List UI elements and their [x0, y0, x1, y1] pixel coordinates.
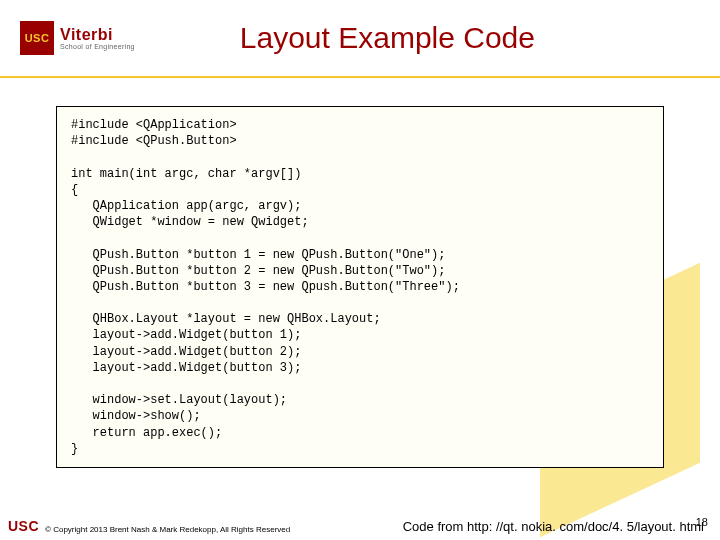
code-content: #include <QApplication> #include <QPush.… [71, 117, 649, 457]
usc-shield-icon: USC [20, 21, 54, 55]
copyright-text: © Copyright 2013 Brent Nash & Mark Redek… [45, 525, 290, 534]
source-attribution: Code from http: //qt. nokia. com/doc/4. … [403, 519, 704, 534]
logo-text: Viterbi School of Engineering [60, 27, 135, 50]
logo-name: Viterbi [60, 27, 135, 43]
slide-header: USC Viterbi School of Engineering Layout… [0, 0, 720, 78]
footer-left: USC © Copyright 2013 Brent Nash & Mark R… [8, 518, 290, 534]
page-title: Layout Example Code [135, 21, 700, 55]
slide-footer: USC © Copyright 2013 Brent Nash & Mark R… [0, 518, 720, 534]
logo-subtitle: School of Engineering [60, 43, 135, 50]
logo-block: USC Viterbi School of Engineering [20, 21, 135, 55]
page-number: 18 [696, 516, 708, 528]
usc-wordmark: USC [8, 518, 39, 534]
code-block: #include <QApplication> #include <QPush.… [56, 106, 664, 468]
